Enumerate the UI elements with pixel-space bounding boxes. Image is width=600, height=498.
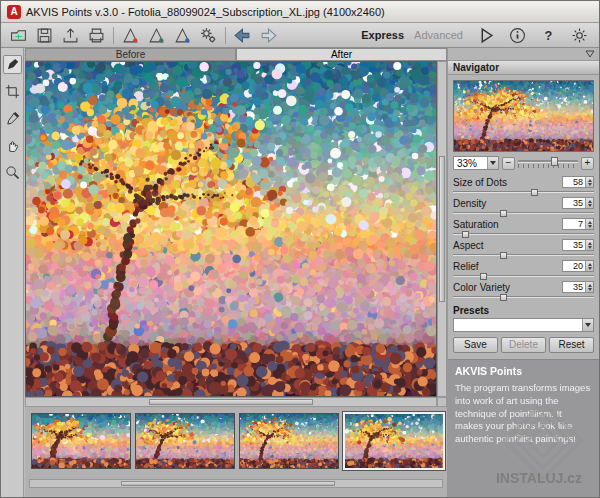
param-label: Size of Dots: [453, 177, 507, 188]
param-slider[interactable]: [453, 273, 594, 280]
param-slider[interactable]: [453, 294, 594, 301]
mode-advanced[interactable]: Advanced: [414, 29, 463, 41]
save-preset-button[interactable]: Save: [453, 337, 498, 353]
zoom-in-button[interactable]: +: [581, 157, 594, 170]
settings-panel: Navigator 33% − + Size of Dots 58: [447, 48, 599, 497]
presets-dropdown-button[interactable]: [582, 319, 593, 331]
param-row-aspect: Aspect 35: [453, 239, 594, 259]
horizontal-scrollbar-thumb[interactable]: [149, 399, 313, 405]
vertical-scrollbar-thumb[interactable]: [439, 156, 445, 303]
param-value-input[interactable]: 35: [562, 281, 594, 293]
title-bar: A AKVIS Points v.3.0 - Fotolia_88099024_…: [1, 1, 599, 23]
redo-button[interactable]: [256, 25, 281, 46]
canvas-vertical-scrollbar[interactable]: [437, 61, 447, 397]
spinner-buttons[interactable]: [585, 240, 593, 250]
delete-preset-button[interactable]: Delete: [501, 337, 546, 353]
param-value-input[interactable]: 7: [562, 218, 594, 230]
zoom-slider-thumb[interactable]: [551, 157, 558, 166]
post-a3-button[interactable]: [170, 25, 195, 46]
param-row-size-of-dots: Size of Dots 58: [453, 176, 594, 196]
hand-tool[interactable]: [3, 136, 22, 155]
spinner-buttons[interactable]: [585, 282, 593, 292]
param-value-input[interactable]: 58: [562, 176, 594, 188]
about-button[interactable]: [505, 25, 530, 46]
zoom-slider[interactable]: [518, 156, 578, 170]
mode-express[interactable]: Express: [361, 29, 404, 41]
tab-after[interactable]: After: [236, 48, 447, 61]
param-slider-thumb[interactable]: [500, 210, 507, 217]
spinner-buttons[interactable]: [585, 198, 593, 208]
param-row-saturation: Saturation 7: [453, 218, 594, 238]
param-value-input[interactable]: 20: [562, 260, 594, 272]
crop-tool[interactable]: [3, 82, 22, 101]
canvas-horizontal-scrollbar[interactable]: [25, 397, 437, 407]
zoom-slider-track: [518, 160, 578, 163]
variation-thumbnail-4-selected[interactable]: [343, 412, 445, 470]
param-slider[interactable]: [453, 252, 594, 259]
play-icon: [477, 26, 496, 45]
reset-button[interactable]: Reset: [549, 337, 594, 353]
toolbar-right-group: ?: [474, 25, 592, 46]
tab-before[interactable]: Before: [25, 48, 236, 61]
run-button[interactable]: [474, 25, 499, 46]
presets-combo[interactable]: [453, 318, 594, 332]
share-icon: [62, 27, 79, 44]
post-a2-button[interactable]: [144, 25, 169, 46]
hints-text: The program transforms images into work …: [455, 382, 592, 446]
print-button[interactable]: [84, 25, 109, 46]
brush-tool[interactable]: [3, 55, 22, 74]
app-window: A AKVIS Points v.3.0 - Fotolia_88099024_…: [0, 0, 600, 498]
info-icon: [509, 27, 526, 44]
svg-text:?: ?: [545, 28, 553, 43]
open-button[interactable]: [6, 25, 31, 46]
variation-thumbnail-3[interactable]: [239, 413, 339, 469]
filmstrip-scrollbar-thumb[interactable]: [121, 481, 335, 486]
undo-button[interactable]: [230, 25, 255, 46]
param-value-input[interactable]: 35: [562, 239, 594, 251]
chevron-down-icon: [490, 161, 496, 165]
variation-thumbnail-1[interactable]: [31, 413, 131, 469]
preferences-button[interactable]: [567, 25, 592, 46]
toolbar-separator: [113, 27, 114, 44]
post-a1-button[interactable]: [118, 25, 143, 46]
gears-icon: [200, 27, 217, 44]
image-canvas-area: [25, 61, 447, 407]
navigator-thumbnail: [454, 81, 593, 151]
navigator-header[interactable]: Navigator: [448, 60, 599, 75]
param-slider-thumb[interactable]: [500, 252, 507, 259]
param-slider[interactable]: [453, 231, 594, 238]
main-toolbar: Express Advanced ?: [1, 23, 599, 48]
param-label: Relief: [453, 261, 479, 272]
print-icon: [88, 27, 105, 44]
param-slider[interactable]: [453, 210, 594, 217]
param-label: Saturation: [453, 219, 499, 230]
param-slider-thumb[interactable]: [531, 189, 538, 196]
share-button[interactable]: [58, 25, 83, 46]
eyedropper-tool[interactable]: [3, 109, 22, 128]
variations-filmstrip: [25, 407, 447, 498]
param-slider-thumb[interactable]: [462, 231, 469, 238]
zoom-tool[interactable]: [3, 163, 22, 182]
param-label: Color Variety: [453, 282, 510, 293]
spinner-buttons[interactable]: [585, 177, 593, 187]
help-button[interactable]: ?: [536, 25, 561, 46]
result-image[interactable]: [25, 61, 437, 397]
zoom-out-button[interactable]: −: [502, 157, 515, 170]
variation-thumbnail-2[interactable]: [135, 413, 235, 469]
open-icon: [10, 27, 27, 44]
zoom-dropdown-button[interactable]: [487, 157, 498, 169]
spinner-buttons[interactable]: [585, 261, 593, 271]
filmstrip-scrollbar[interactable]: [29, 479, 443, 488]
hints-panel: AKVIS Points The program transforms imag…: [448, 359, 599, 497]
navigator-preview[interactable]: [453, 80, 594, 152]
save-button[interactable]: [32, 25, 57, 46]
spinner-buttons[interactable]: [585, 219, 593, 229]
batch-tools-button[interactable]: [196, 25, 221, 46]
param-slider[interactable]: [453, 189, 594, 196]
param-slider-thumb[interactable]: [500, 294, 507, 301]
collapse-panel-icon[interactable]: [585, 50, 595, 58]
param-value-input[interactable]: 35: [562, 197, 594, 209]
zoom-controls: 33% − +: [448, 155, 599, 173]
zoom-combo[interactable]: 33%: [453, 156, 499, 170]
param-slider-thumb[interactable]: [480, 273, 487, 280]
